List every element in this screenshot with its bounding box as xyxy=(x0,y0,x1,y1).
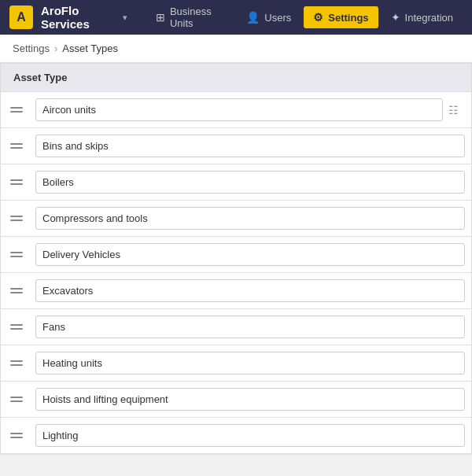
business-units-icon: ⊞ xyxy=(156,11,165,24)
settings-icon: ⚙ xyxy=(313,11,323,24)
nav-integration-label: Integration xyxy=(405,12,453,24)
table-row xyxy=(1,237,471,273)
app-dropdown-arrow[interactable]: ▾ xyxy=(123,13,127,23)
drag-handle-icon[interactable] xyxy=(1,164,32,200)
asset-type-input[interactable] xyxy=(35,388,465,411)
drag-handle-icon[interactable] xyxy=(1,309,32,345)
nav-settings-label: Settings xyxy=(328,12,368,24)
nav-business-units[interactable]: ⊞ Business Units xyxy=(146,1,234,34)
drag-handle-icon[interactable] xyxy=(1,237,32,272)
drag-handle-icon[interactable] xyxy=(1,273,32,308)
nav-users[interactable]: 👤 Users xyxy=(237,6,301,28)
drag-handle-icon[interactable] xyxy=(1,201,32,236)
column-header-asset-type: Asset Type xyxy=(13,72,67,83)
table-row xyxy=(1,201,471,237)
drag-handle-icon[interactable] xyxy=(1,382,32,417)
table-row: ☷ xyxy=(1,92,471,128)
asset-type-input[interactable] xyxy=(35,243,465,266)
asset-type-input[interactable] xyxy=(35,352,465,375)
table-row xyxy=(1,128,471,164)
asset-type-input[interactable] xyxy=(35,135,465,157)
asset-type-input[interactable] xyxy=(35,424,465,447)
nav-integration[interactable]: ✦ Integration xyxy=(382,6,463,28)
asset-types-table: Asset Type ☷ xyxy=(0,63,472,455)
top-navigation: A AroFlo Services ▾ ⊞ Business Units 👤 U… xyxy=(0,0,472,35)
asset-type-input[interactable] xyxy=(35,98,443,121)
drag-handle-icon[interactable] xyxy=(1,92,32,127)
drag-handle-icon[interactable] xyxy=(1,128,32,164)
asset-rows-container: ☷ xyxy=(1,92,471,454)
asset-input-wrap xyxy=(32,171,471,194)
drag-handle-icon[interactable] xyxy=(1,345,32,381)
breadcrumb-current: Asset Types xyxy=(62,42,118,54)
row-action-icon[interactable]: ☷ xyxy=(443,104,465,116)
asset-input-wrap xyxy=(32,243,471,266)
asset-input-wrap xyxy=(32,135,471,157)
asset-type-input[interactable] xyxy=(35,207,465,230)
asset-input-wrap xyxy=(32,315,471,338)
table-row xyxy=(1,345,471,382)
table-row xyxy=(1,418,471,454)
nav-users-label: Users xyxy=(264,12,291,24)
nav-settings[interactable]: ⚙ Settings xyxy=(304,6,378,28)
app-name: AroFlo Services xyxy=(41,4,116,31)
asset-type-input[interactable] xyxy=(35,279,465,302)
asset-input-wrap xyxy=(32,279,471,302)
table-header: Asset Type xyxy=(1,64,471,92)
app-logo: A xyxy=(9,6,33,29)
table-row xyxy=(1,382,471,418)
asset-input-wrap: ☷ xyxy=(32,98,471,121)
table-row xyxy=(1,309,471,345)
asset-input-wrap xyxy=(32,388,471,411)
breadcrumb: Settings › Asset Types xyxy=(0,35,472,63)
drag-handle-icon[interactable] xyxy=(1,418,32,453)
breadcrumb-separator: › xyxy=(54,42,57,54)
table-row xyxy=(1,164,471,201)
asset-type-input[interactable] xyxy=(35,171,465,194)
asset-input-wrap xyxy=(32,207,471,230)
asset-input-wrap xyxy=(32,352,471,375)
asset-type-input[interactable] xyxy=(35,315,465,338)
asset-input-wrap xyxy=(32,424,471,447)
breadcrumb-parent[interactable]: Settings xyxy=(13,42,50,54)
table-row xyxy=(1,273,471,309)
nav-business-units-label: Business Units xyxy=(170,6,224,29)
integration-icon: ✦ xyxy=(391,11,400,24)
users-icon: 👤 xyxy=(246,11,260,24)
